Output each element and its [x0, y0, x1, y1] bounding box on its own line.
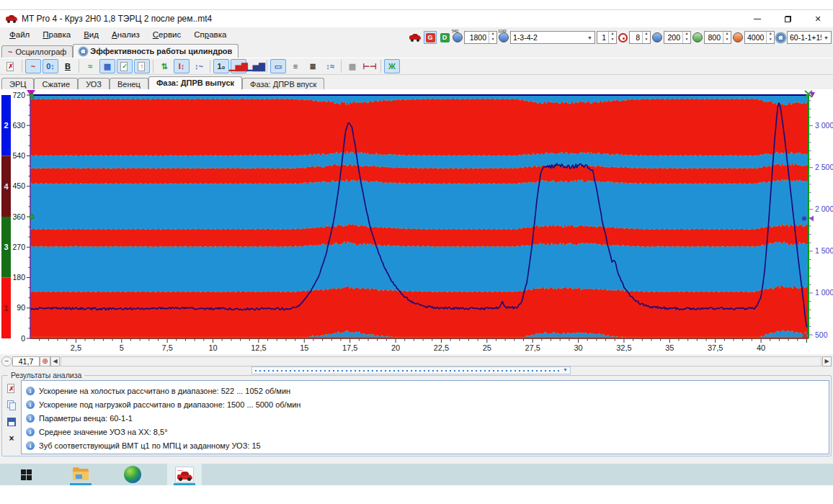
rpm-marker-dot [802, 217, 806, 221]
high-rpm-gauge-icon [733, 32, 743, 42]
file-explorer-button[interactable] [65, 464, 97, 485]
info-icon: i [26, 428, 35, 436]
low-rpm-gauge-icon [652, 32, 662, 42]
result-item-4[interactable]: iСреднее значение УОЗ на ХХ: 8,5° [26, 425, 824, 438]
fit-vertical-button[interactable]: ⇅ [156, 59, 172, 73]
doc-apply-button[interactable]: ✓ [117, 59, 133, 73]
svg-text:5: 5 [120, 343, 124, 352]
sub-tab-6[interactable]: Фаза: ДПРВ впуск [242, 78, 324, 89]
svg-text:35: 35 [665, 343, 674, 352]
waveform-mode-button[interactable]: ~ [25, 59, 41, 73]
histogram-multi-button[interactable]: ▁▅▇ [248, 59, 264, 73]
menu-row: ФайлПравкаВидАнализСервисСправка G D 540… [0, 27, 833, 43]
clear-results-button[interactable]: ✗ [6, 383, 17, 395]
low-rpm-spinner[interactable]: 200▲▼ [664, 31, 691, 44]
result-item-5[interactable]: iЗуб соответствующий ВМТ ц1 по МПЦ и зад… [26, 438, 824, 452]
tachometer-icon: 540 [453, 32, 463, 42]
menu-item-5[interactable]: Сервис [146, 27, 187, 43]
copy-results-button[interactable] [6, 400, 17, 411]
count-spinner[interactable]: 8▲▼ [629, 31, 651, 44]
scale-trace-button[interactable]: ↕~ [191, 59, 207, 73]
scale-vertical-button[interactable]: I↕ [174, 59, 190, 73]
app-window: MT Pro 4 - Круз 2Н0 1,8 ТЭРЦ 2 после рем… [0, 9, 833, 464]
high-rpm-spinner[interactable]: 4000▲▼ [744, 31, 775, 44]
chart-canvas[interactable]: 24310901802703604505406307205001 0001 50… [0, 89, 833, 354]
columns-view-button[interactable]: ≣ [305, 59, 321, 73]
app-car-icon [6, 15, 17, 22]
desktop: MT Pro 4 - Круз 2Н0 1,8 ТЭРЦ 2 после рем… [0, 0, 833, 504]
menu-item-1[interactable]: Файл [3, 27, 36, 43]
menu-item-4[interactable]: Анализ [105, 27, 146, 43]
record-position-slider[interactable]: ▼ [251, 366, 571, 374]
svg-text:2 000: 2 000 [815, 204, 833, 213]
sub-tab-3[interactable]: УОЗ [78, 78, 110, 89]
taskbar: ~~ ∧ ⇩ ↻ B ◀)) ✔ РУС 11:34 05.12.2021 [0, 464, 833, 485]
idle-rpm-spinner[interactable]: 800▲▼ [704, 31, 731, 44]
histogram-button[interactable]: ▁▅▇ [231, 59, 246, 73]
bold-button[interactable]: B [60, 59, 76, 73]
slider-track[interactable] [255, 370, 560, 372]
main-tab-1[interactable]: ~Осциллограф [1, 45, 73, 58]
result-item-2[interactable]: iУскорение под нагрузкой рассчитано в ди… [26, 397, 824, 411]
scroll-right-button[interactable]: ▶ [822, 356, 832, 366]
rpm-spinner[interactable]: 1800▲▼ [464, 31, 497, 44]
result-item-3[interactable]: iПараметры венца: 60-1-1 [26, 411, 824, 425]
main-tab-2[interactable]: Эффективность работы цилиндров [73, 44, 239, 58]
sub-tab-2[interactable]: Сжатие [34, 78, 78, 89]
sub-tab-4[interactable]: Венец [110, 78, 148, 89]
save-results-button[interactable] [6, 416, 17, 428]
fit-trace-button[interactable]: ↕≈ [322, 59, 338, 73]
gear-icon [79, 48, 87, 55]
zoom-out-button[interactable]: − [1, 356, 12, 366]
zero-offset-button[interactable]: 0↕ [43, 59, 58, 73]
svg-text:1: 1 [4, 304, 8, 312]
svg-text:3: 3 [4, 243, 8, 251]
sub-tab-1[interactable]: ЭРЦ [1, 78, 34, 89]
chart-scroll-row: − 41,7 ⊕ ◀ ▶ [0, 356, 833, 366]
crown-combo[interactable]: 60-1-1+15▼ [787, 31, 832, 44]
sub-tab-5[interactable]: Фаза: ДПРВ выпуск [148, 76, 242, 89]
close-button[interactable]: ✕ [803, 10, 833, 27]
calculator-button[interactable]: ▦ [344, 59, 360, 73]
panel-view-button[interactable]: ▭ [270, 59, 286, 73]
waveform-chart[interactable]: 24310901802703604505406307205001 0001 50… [0, 89, 833, 354]
diagnostics-button[interactable]: Ж [384, 59, 400, 73]
analysis-results-panel: Результаты анализа ✗ × iУскорение на хол… [1, 375, 832, 456]
goto-marker-button[interactable]: ⊕ [40, 356, 50, 366]
start-button[interactable] [10, 464, 42, 485]
clear-report-button[interactable]: ✗ [3, 59, 19, 73]
logic-view-button[interactable]: 1₀ [213, 59, 229, 73]
svg-text:1 500: 1 500 [815, 246, 833, 255]
diesel-mode-button[interactable]: D [438, 31, 451, 44]
slider-thumb[interactable]: ▼ [563, 367, 568, 372]
info-icon: i [26, 414, 35, 423]
results-toolbar: ✗ × [4, 383, 19, 444]
cylinder-spinner[interactable]: 1▲▼ [597, 31, 617, 44]
info-icon: i [26, 387, 35, 395]
smoothing-button[interactable]: ≈ [82, 59, 98, 73]
svg-text:630: 630 [12, 121, 25, 130]
menu-item-6[interactable]: Справка [187, 27, 233, 43]
doc-import-button[interactable]: ↑ [134, 59, 150, 73]
result-item-1[interactable]: iУскорение на холостых рассчитано в диап… [26, 384, 824, 397]
idle-rpm-gauge-icon [692, 32, 703, 42]
rows-view-button[interactable]: ≡ [288, 59, 303, 73]
results-list[interactable]: iУскорение на холостых рассчитано в диап… [21, 380, 829, 454]
minimize-button[interactable] [742, 10, 772, 27]
firing-order-combo[interactable]: 1-3-4-2▼ [510, 31, 595, 44]
title-bar: MT Pro 4 - Круз 2Н0 1,8 ТЭРЦ 2 после рем… [0, 10, 833, 27]
svg-text:25: 25 [483, 343, 491, 352]
scrollbar-track[interactable] [61, 356, 821, 366]
raster-view-button[interactable]: ▦ [99, 59, 115, 73]
channel-marker-dot [30, 215, 34, 219]
svg-text:360: 360 [12, 212, 25, 221]
measure-button[interactable]: ⊢⊣ [362, 59, 378, 73]
close-results-button[interactable]: × [6, 433, 17, 444]
restore-button[interactable] [772, 10, 803, 27]
mtpro-taskbar-button[interactable]: ~~ [167, 464, 202, 485]
scroll-left-button[interactable]: ◀ [50, 356, 60, 366]
menu-item-3[interactable]: Вид [77, 27, 105, 43]
menu-item-2[interactable]: Правка [36, 27, 77, 43]
gasoline-mode-button[interactable]: G [424, 31, 437, 44]
browser-button[interactable] [117, 464, 148, 485]
